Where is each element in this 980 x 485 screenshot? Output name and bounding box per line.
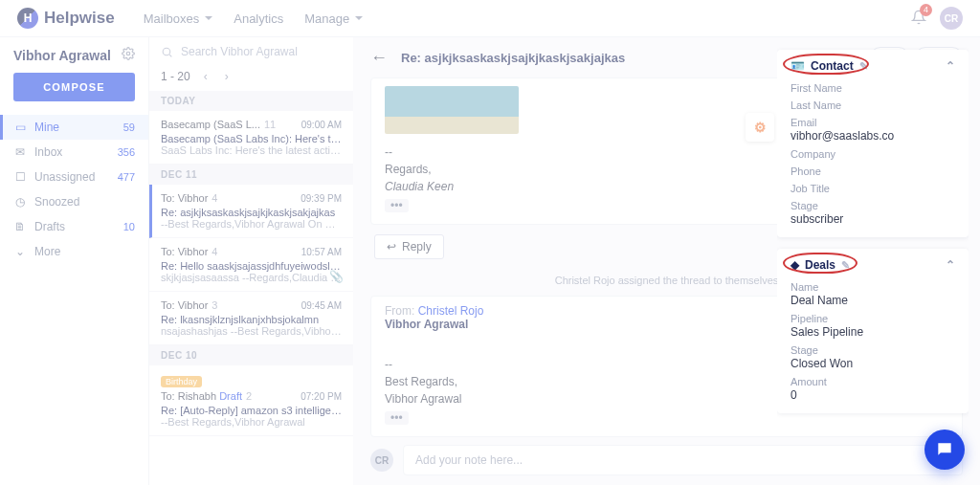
- deals-title: Deals: [805, 258, 835, 272]
- notification-badge: 4: [920, 4, 932, 16]
- pager: 1 - 20 ‹ ›: [149, 66, 353, 91]
- list-item[interactable]: To: Vibhor309:45 AM Re: lkasnsjklznjslka…: [149, 292, 353, 345]
- nav-manage[interactable]: Manage: [304, 11, 363, 26]
- sidebar-item-inbox[interactable]: ✉Inbox 356: [0, 140, 148, 165]
- back-icon[interactable]: ←: [370, 48, 388, 68]
- sidebar-item-label: Drafts: [34, 220, 65, 233]
- thread-title: Re: asjkjksaskaskjsajkjkaskjsakjajkas: [401, 51, 625, 65]
- sidebar-item-drafts[interactable]: 🗎Drafts 10: [0, 214, 148, 239]
- expand-quote-icon[interactable]: •••: [385, 199, 409, 212]
- mine-icon: ▭: [13, 121, 27, 134]
- integration-bar: ⚙: [743, 113, 777, 142]
- field-value: vibhor@saaslabs.co: [791, 129, 955, 143]
- mailbox-title: Vibhor Agrawal: [13, 48, 111, 63]
- drafts-icon: 🗎: [13, 220, 27, 233]
- sidebar-item-label: Unassigned: [34, 170, 95, 184]
- list-item[interactable]: Birthday To: Rishabh Draft207:20 PM Re: …: [149, 365, 353, 436]
- sidebar-item-count: 59: [123, 121, 135, 133]
- contact-title: Contact: [811, 59, 854, 73]
- sidebar-item-unassigned[interactable]: ☐Unassigned 477: [0, 165, 148, 189]
- chat-icon: [935, 440, 954, 459]
- list-item[interactable]: Basecamp (SaaS L...1109:00 AM Basecamp (…: [149, 111, 353, 165]
- brand-name: Helpwise: [44, 9, 115, 28]
- field-label: Company: [791, 148, 955, 160]
- field-value: 0: [791, 388, 955, 402]
- sidebar-item-count: 10: [123, 221, 135, 232]
- field-label: Email: [791, 117, 955, 128]
- section-dec11: DEC 11: [149, 165, 353, 185]
- sidebar-item-label: Inbox: [34, 145, 62, 159]
- field-value: subscriber: [791, 212, 955, 226]
- field-value: Closed Won: [791, 357, 955, 370]
- birthday-badge: Birthday: [161, 376, 202, 387]
- right-panel: 🪪 Contact ✎ ⌃ First Name Last Name Email…: [777, 36, 969, 485]
- message-from[interactable]: Christel Rojo: [418, 304, 484, 318]
- reply-icon: ↩: [387, 240, 396, 254]
- pager-range: 1 - 20: [161, 70, 190, 83]
- topbar: Helpwise Mailboxes Analytics Manage 4 CR: [0, 0, 980, 36]
- sidebar: Vibhor Agrawal COMPOSE ▭Mine 59 ✉Inbox 3…: [0, 36, 148, 485]
- topbar-right: 4 CR: [911, 7, 963, 30]
- paperclip-icon: 📎: [329, 270, 344, 283]
- field-label: First Name: [791, 82, 955, 94]
- sidebar-item-label: Mine: [34, 121, 59, 134]
- nav-analytics[interactable]: Analytics: [234, 11, 283, 26]
- field-label: Last Name: [791, 99, 955, 111]
- compose-button[interactable]: COMPOSE: [13, 73, 135, 101]
- sidebar-item-count: 356: [118, 146, 135, 158]
- edit-contact-icon[interactable]: ✎: [859, 60, 868, 73]
- field-label: Stage: [791, 200, 955, 211]
- collapse-icon[interactable]: ⌃: [946, 258, 955, 272]
- field-label: Amount: [791, 376, 955, 387]
- sidebar-item-more[interactable]: ⌄More: [0, 239, 148, 264]
- inbox-icon: ✉: [13, 145, 27, 159]
- svg-point-1: [163, 48, 170, 55]
- list-item[interactable]: To: Vibhor409:39 PM Re: asjkjksaskaskjsa…: [149, 185, 353, 238]
- contact-icon: 🪪: [791, 59, 805, 73]
- field-value: Deal Name: [791, 294, 955, 307]
- logo[interactable]: Helpwise: [17, 8, 115, 29]
- sidebar-item-label: More: [34, 245, 60, 258]
- note-avatar: CR: [370, 449, 393, 472]
- sidebar-item-label: Snoozed: [34, 195, 79, 209]
- conversation-list: Search Vibhor Agrawal 1 - 20 ‹ › TODAY B…: [148, 36, 353, 485]
- chat-launcher[interactable]: [924, 430, 965, 470]
- snoozed-icon: ◷: [13, 195, 27, 209]
- field-label: Job Title: [791, 183, 955, 194]
- hubspot-icon[interactable]: ⚙: [746, 113, 774, 142]
- section-dec10: DEC 10: [149, 345, 353, 365]
- field-value: Sales Pipeline: [791, 325, 955, 339]
- unassigned-icon: ☐: [13, 170, 27, 184]
- field-label: Name: [791, 281, 955, 293]
- topbar-left: Helpwise Mailboxes Analytics Manage: [17, 8, 363, 29]
- sidebar-item-snoozed[interactable]: ◷Snoozed: [0, 189, 148, 214]
- user-avatar[interactable]: CR: [940, 7, 963, 30]
- list-item[interactable]: To: Vibhor410:57 AM Re: Hello saaskjsaja…: [149, 238, 353, 292]
- reply-button[interactable]: ↩Reply: [374, 234, 444, 259]
- nav-links: Mailboxes Analytics Manage: [144, 11, 364, 26]
- search-icon: [161, 46, 173, 58]
- search-input[interactable]: Search Vibhor Agrawal: [149, 37, 353, 66]
- contact-card: 🪪 Contact ✎ ⌃ First Name Last Name Email…: [777, 50, 969, 237]
- search-placeholder: Search Vibhor Agrawal: [181, 45, 298, 58]
- field-label: Pipeline: [791, 313, 955, 324]
- svg-point-0: [126, 52, 130, 55]
- diamond-icon: ◆: [791, 258, 799, 272]
- logo-mark-icon: [17, 8, 38, 29]
- sidebar-item-mine[interactable]: ▭Mine 59: [0, 115, 148, 140]
- image-placeholder: [385, 86, 519, 134]
- sidebar-header: Vibhor Agrawal: [0, 47, 148, 73]
- gear-icon[interactable]: [122, 47, 135, 63]
- field-label: Stage: [791, 344, 955, 356]
- collapse-icon[interactable]: ⌃: [946, 59, 955, 73]
- expand-quote-icon[interactable]: •••: [385, 411, 409, 425]
- chevron-down-icon: ⌄: [13, 245, 27, 258]
- pager-next[interactable]: ›: [221, 70, 233, 83]
- edit-deals-icon[interactable]: ✎: [841, 259, 850, 272]
- sidebar-item-count: 477: [118, 171, 135, 183]
- section-today: TODAY: [149, 91, 353, 111]
- bell-icon[interactable]: 4: [911, 10, 926, 28]
- pager-prev[interactable]: ‹: [200, 70, 212, 83]
- nav-mailboxes[interactable]: Mailboxes: [144, 11, 213, 26]
- deals-card: ◆ Deals ✎ ⌃ Name Deal Name Pipeline Sale…: [777, 249, 969, 413]
